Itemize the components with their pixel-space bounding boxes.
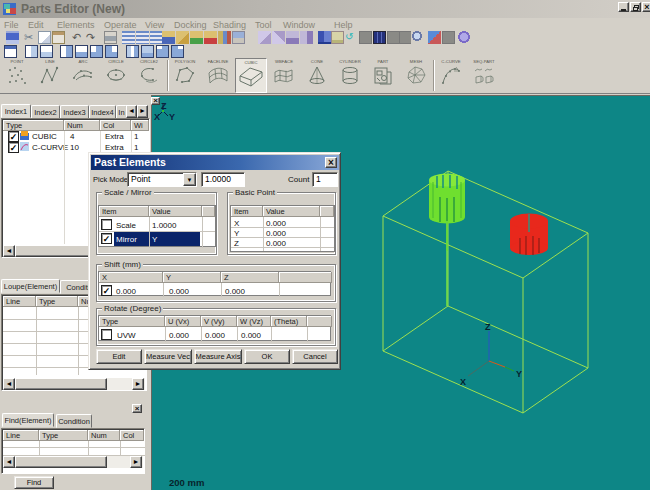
svg-text:X: X (154, 112, 160, 122)
svg-text:200 mm: 200 mm (169, 477, 204, 488)
svg-text:Z: Z (485, 322, 491, 332)
svg-text:Y: Y (516, 369, 522, 379)
svg-text:Y: Y (169, 112, 175, 122)
svg-text:Z: Z (161, 101, 167, 111)
svg-text:X: X (460, 377, 466, 387)
